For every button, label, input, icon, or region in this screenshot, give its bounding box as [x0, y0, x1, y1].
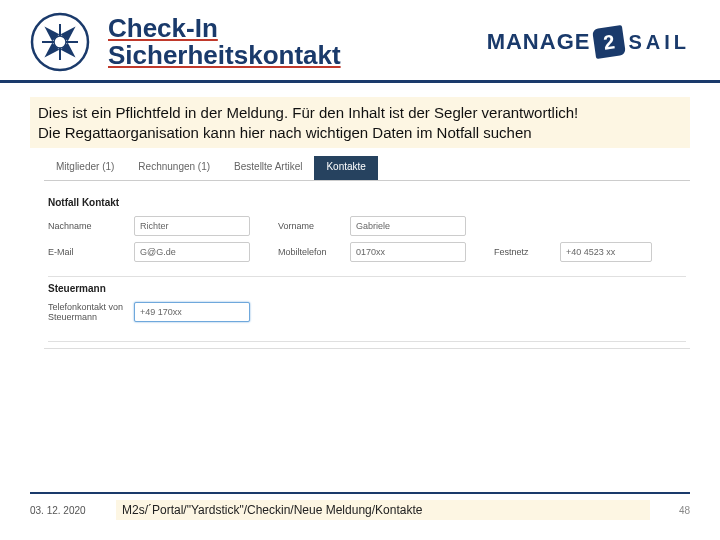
tab-mitglieder[interactable]: Mitglieder (1) — [44, 156, 126, 180]
input-email[interactable]: G@G.de — [134, 242, 250, 262]
footer-bar: 03. 12. 2020 M2s/´Portal/"Yardstick"/Che… — [30, 492, 690, 520]
embedded-screenshot: Mitglieder (1) Rechnungen (1) Bestellte … — [44, 156, 690, 349]
title-line-1: Check-In — [108, 15, 218, 42]
svg-point-7 — [54, 36, 66, 48]
label-vorname: Vorname — [278, 221, 342, 231]
input-nachname[interactable]: Richter — [134, 216, 250, 236]
footer-page-number: 48 — [664, 505, 690, 516]
divider-1 — [48, 276, 686, 277]
row-name: Nachname Richter Vorname Gabriele — [48, 216, 686, 236]
input-mobiltelefon[interactable]: 0170xx — [350, 242, 466, 262]
notice-line-2: Die Regattaorganisation kann hier nach w… — [38, 123, 682, 143]
form-area: Notfall Kontakt Nachname Richter Vorname… — [44, 181, 690, 349]
tab-kontakte[interactable]: Kontakte — [314, 156, 377, 180]
section-steuermann: Steuermann — [48, 283, 686, 294]
brand-word-top: MANAGE — [487, 32, 591, 53]
row-contact: E-Mail G@G.de Mobiltelefon 0170xx Festne… — [48, 242, 686, 262]
header-bar: Check-In Sicherheitskontakt MANAGE 2 SAI… — [0, 0, 720, 83]
input-telefonkontakt-steuermann[interactable]: +49 170xx — [134, 302, 250, 322]
tab-bestellte-artikel[interactable]: Bestellte Artikel — [222, 156, 314, 180]
brand-word-bottom: SAIL — [628, 33, 690, 52]
input-festnetz[interactable]: +40 4523 xx — [560, 242, 652, 262]
label-email: E-Mail — [48, 247, 126, 257]
label-nachname: Nachname — [48, 221, 126, 231]
footer-path: M2s/´Portal/"Yardstick"/Checkin/Neue Mel… — [116, 500, 650, 520]
brand-badge: 2 — [592, 25, 626, 59]
label-mobiltelefon: Mobiltelefon — [278, 247, 342, 257]
section-notfall-kontakt: Notfall Kontakt — [48, 197, 686, 208]
page-title-block: Check-In Sicherheitskontakt — [108, 15, 487, 70]
tab-rechnungen[interactable]: Rechnungen (1) — [126, 156, 222, 180]
label-festnetz: Festnetz — [494, 247, 552, 257]
footer-date: 03. 12. 2020 — [30, 505, 102, 516]
notice-box: Dies ist ein Pflichtfeld in der Meldung.… — [30, 97, 690, 148]
manage2sail-logo: MANAGE 2 SAIL — [487, 27, 690, 57]
divider-2 — [48, 341, 686, 342]
row-steuermann-phone: Telefonkontakt von Steuermann +49 170xx — [48, 302, 686, 323]
notice-line-1: Dies ist ein Pflichtfeld in der Meldung.… — [38, 103, 682, 123]
label-telefonkontakt-steuermann: Telefonkontakt von Steuermann — [48, 302, 126, 323]
title-line-2: Sicherheitskontakt — [108, 42, 341, 69]
input-vorname[interactable]: Gabriele — [350, 216, 466, 236]
dsv-logo — [30, 12, 90, 72]
tab-bar: Mitglieder (1) Rechnungen (1) Bestellte … — [44, 156, 690, 181]
